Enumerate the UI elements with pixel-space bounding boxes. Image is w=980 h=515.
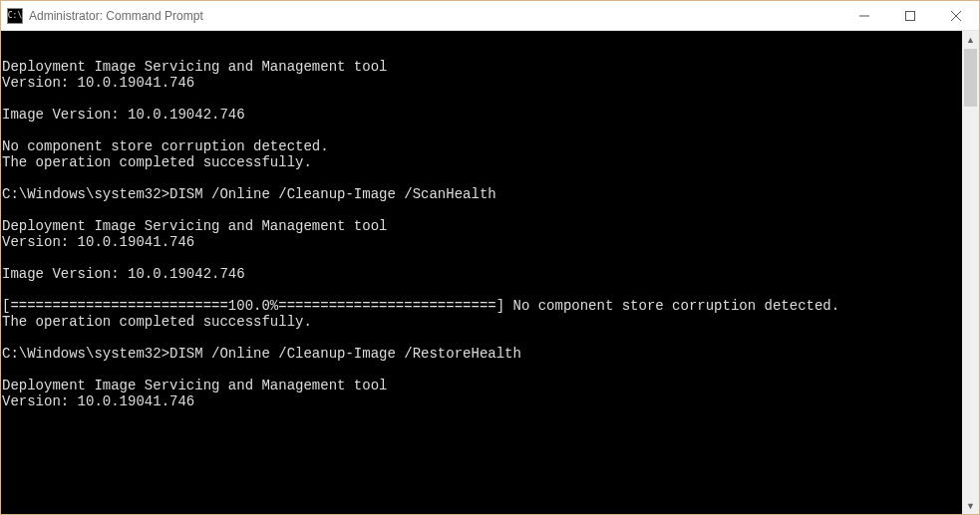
maximize-icon	[905, 11, 915, 21]
window-title: Administrator: Command Prompt	[29, 9, 203, 23]
minimize-icon	[859, 11, 869, 21]
close-button[interactable]	[933, 1, 979, 30]
console-output[interactable]: Deployment Image Servicing and Managemen…	[1, 31, 962, 514]
minimize-button[interactable]	[841, 1, 887, 30]
window-frame: C:\ Administrator: Command Prompt Deploy…	[0, 0, 980, 515]
scroll-up-arrow-icon[interactable]: ▲	[962, 31, 979, 48]
client-area: Deployment Image Servicing and Managemen…	[1, 31, 979, 514]
close-icon	[951, 11, 961, 21]
window-controls	[841, 1, 979, 30]
maximize-button[interactable]	[887, 1, 933, 30]
cmd-icon: C:\	[7, 8, 23, 24]
vertical-scrollbar[interactable]: ▲ ▼	[962, 31, 979, 514]
titlebar[interactable]: C:\ Administrator: Command Prompt	[1, 1, 979, 31]
scroll-down-arrow-icon[interactable]: ▼	[962, 497, 979, 514]
svg-rect-1	[906, 11, 915, 20]
scroll-thumb[interactable]	[964, 49, 977, 107]
